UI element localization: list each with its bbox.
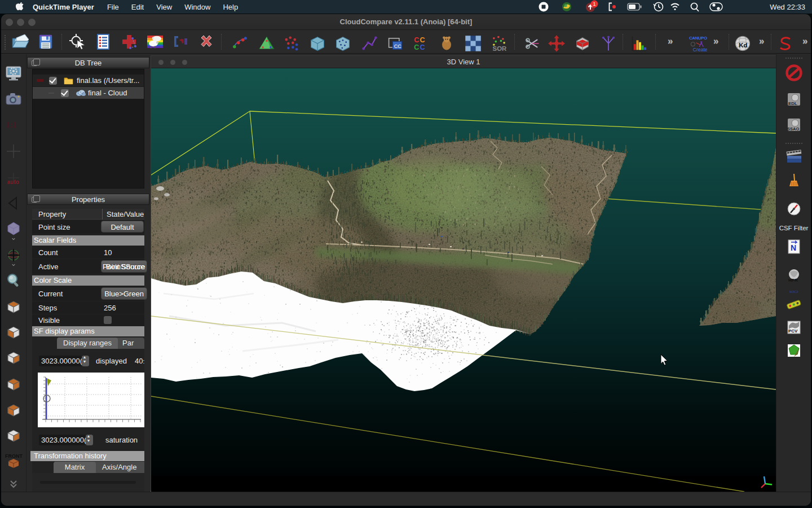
svg-text:SSAO: SSAO: [787, 126, 799, 132]
svg-text:Kd: Kd: [739, 42, 747, 49]
svg-text:CANUPO: CANUPO: [689, 36, 707, 41]
svg-text:1: 1: [593, 1, 596, 7]
svg-text:M3C2: M3C2: [789, 290, 798, 294]
svg-text:EDL: EDL: [788, 101, 797, 106]
svg-text:C: C: [420, 36, 425, 44]
svg-text:FRONT: FRONT: [5, 453, 23, 459]
svg-text:Create: Create: [693, 47, 707, 52]
svg-text:CC: CC: [394, 43, 402, 49]
svg-text:C: C: [414, 43, 419, 51]
svg-text:1:1: 1:1: [6, 121, 17, 129]
svg-text:PCV: PCV: [788, 329, 798, 334]
svg-text:auto: auto: [7, 179, 19, 185]
svg-text:SOR: SOR: [493, 45, 507, 52]
svg-text:C: C: [414, 36, 419, 44]
svg-text:HPR: HPR: [788, 278, 798, 283]
svg-text:C: C: [420, 43, 425, 51]
svg-text:N: N: [791, 243, 796, 252]
